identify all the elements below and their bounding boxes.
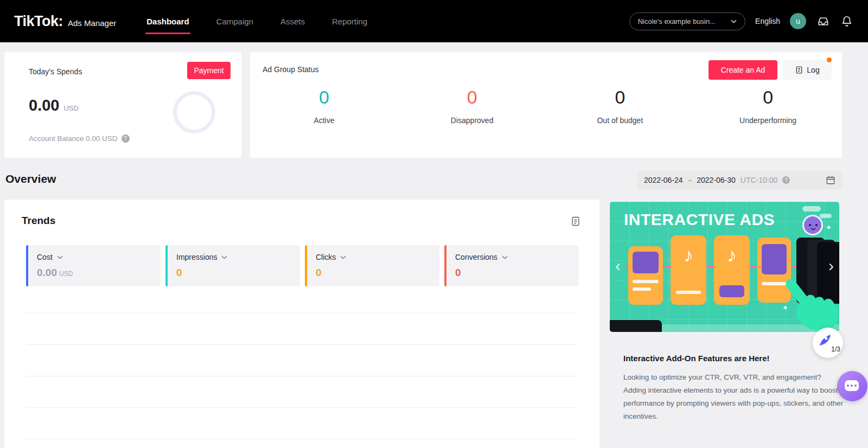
stat-disapproved-label: Disapproved: [398, 116, 546, 125]
timezone-label: UTC-10:00: [741, 176, 777, 184]
chart-gridline: [26, 439, 577, 439]
spend-donut-chart: [173, 91, 215, 133]
chart-gridline: [26, 313, 577, 313]
create-an-ad-button[interactable]: Create an Ad: [709, 60, 777, 80]
spend-amount-row: 0.00 USD: [29, 97, 79, 114]
metric-impressions-value: 0: [176, 267, 182, 278]
promo-heading: Interactive Add-On Features are Here!: [623, 354, 840, 363]
promo-banner[interactable]: INTERACTIVE ADS ♪ ♪ ✦ ✦ ‹ ›: [610, 202, 839, 332]
metric-conversions-value: 0: [455, 267, 461, 278]
laptop-decoration: [610, 320, 662, 332]
product-name: Ads Manager: [68, 18, 116, 28]
carousel-pagination-badge[interactable]: 1/3: [813, 328, 843, 358]
nav-right-group: Nicole's example busin... English u: [629, 12, 854, 30]
chart-gridline: [26, 344, 577, 345]
stat-active-label: Active: [250, 116, 398, 125]
todays-spends-card: Today's Spends Payment 0.00 USD Account …: [4, 52, 241, 158]
metric-tab-conversions[interactable]: Conversions 0: [444, 245, 579, 286]
date-range-picker[interactable]: 2022-06-24 ~ 2022-06-30 UTC-10:00 ?: [637, 171, 842, 189]
stat-active[interactable]: 0 Active: [250, 88, 398, 125]
hand-cursor-illustration: [778, 274, 839, 332]
account-balance-row: Account Balance 0.00 USD ?: [29, 135, 130, 143]
notifications-bell-icon[interactable]: [840, 14, 854, 28]
metric-impressions-label: Impressions: [176, 253, 217, 261]
main-nav-tabs: Dashboard Campaign Assets Reporting: [145, 14, 368, 29]
status-card-title: Ad Group Status: [263, 65, 319, 74]
metric-clicks-label: Clicks: [316, 253, 336, 261]
timezone-help-icon[interactable]: ?: [782, 176, 790, 184]
language-selector[interactable]: English: [755, 17, 780, 25]
status-stats-row: 0 Active 0 Disapproved 0 Out of budget 0…: [250, 88, 842, 125]
stat-underperforming-value: 0: [694, 88, 842, 106]
payment-button[interactable]: Payment: [187, 62, 231, 79]
report-doc-icon[interactable]: [570, 216, 581, 229]
metric-cost-label: Cost: [37, 253, 53, 261]
log-button[interactable]: Log: [783, 60, 832, 80]
stat-out-of-budget-value: 0: [546, 88, 694, 106]
brand: TikTok: Ads Manager: [14, 13, 116, 30]
date-separator: ~: [688, 176, 692, 184]
metric-tabs-row: Cost 0.00USD Impressions 0 Clicks 0 Conv…: [26, 245, 579, 286]
metric-tab-impressions[interactable]: Impressions 0: [165, 245, 300, 286]
tiktok-note-icon: ♪: [671, 244, 706, 267]
trends-title: Trends: [22, 215, 55, 227]
metric-tab-cost[interactable]: Cost 0.00USD: [26, 245, 161, 286]
chat-support-button[interactable]: [837, 371, 867, 401]
nav-tab-assets[interactable]: Assets: [279, 14, 306, 29]
overview-section-title: Overview: [5, 172, 56, 185]
stat-underperforming-label: Underperforming: [694, 116, 842, 125]
pagination-label: 1/3: [831, 345, 840, 353]
chat-bubble-icon: [845, 380, 859, 391]
conversions-accent-bar: [444, 245, 446, 286]
tiktok-note-icon: ♪: [714, 244, 750, 267]
stat-disapproved-value: 0: [398, 88, 546, 106]
carousel-next-button[interactable]: ›: [824, 254, 838, 278]
nav-tab-reporting[interactable]: Reporting: [331, 14, 368, 29]
spend-amount: 0.00: [29, 97, 59, 114]
stat-disapproved[interactable]: 0 Disapproved: [398, 88, 546, 125]
log-doc-icon: [795, 66, 803, 74]
ad-card-illustration: ♪: [671, 235, 706, 305]
tiktok-logo: TikTok:: [14, 13, 63, 30]
promo-body-text: Looking to optimize your CTR, CVR, VTR, …: [623, 371, 845, 423]
metric-cost-suffix: USD: [59, 270, 73, 278]
metric-conversions-label: Conversions: [455, 253, 497, 261]
nav-tab-dashboard[interactable]: Dashboard: [145, 14, 190, 29]
chevron-down-icon[interactable]: [340, 255, 346, 259]
stat-out-of-budget[interactable]: 0 Out of budget: [546, 88, 694, 125]
account-selector[interactable]: Nicole's example busin...: [629, 12, 745, 30]
carousel-prev-button[interactable]: ‹: [611, 254, 625, 278]
clicks-accent-bar: [305, 245, 307, 286]
calendar-icon[interactable]: [826, 175, 835, 185]
metric-tab-clicks[interactable]: Clicks 0: [305, 245, 439, 286]
trends-card: Trends Cost 0.00USD Impressions 0 Clicks…: [4, 200, 599, 448]
log-notification-dot: [827, 57, 832, 62]
balance-help-icon[interactable]: ?: [122, 135, 130, 143]
chevron-down-icon[interactable]: [221, 255, 227, 259]
chart-gridline: [26, 376, 577, 376]
date-end: 2022-06-30: [697, 176, 736, 184]
inbox-icon[interactable]: [816, 14, 830, 28]
cloud-decoration: [820, 214, 832, 218]
nav-tab-campaign[interactable]: Campaign: [215, 14, 254, 29]
ad-card-illustration: [628, 246, 663, 305]
impressions-accent-bar: [165, 245, 168, 286]
metric-clicks-value: 0: [316, 267, 322, 278]
active-tab-indicator: [145, 33, 190, 34]
spends-card-title: Today's Spends: [29, 67, 82, 76]
account-name: Nicole's example busin...: [638, 17, 716, 25]
stat-active-value: 0: [250, 88, 398, 106]
user-avatar[interactable]: u: [790, 13, 806, 29]
chart-gridline: [26, 407, 577, 408]
top-nav: TikTok: Ads Manager Dashboard Campaign A…: [0, 0, 868, 42]
ad-group-status-card: Ad Group Status 0 Active 0 Disapproved 0…: [250, 52, 842, 158]
chevron-down-icon: [731, 20, 737, 23]
date-start: 2022-06-24: [644, 176, 683, 184]
stat-underperforming[interactable]: 0 Underperforming: [694, 88, 842, 125]
chevron-down-icon[interactable]: [57, 255, 63, 259]
character-avatar-illustration: [802, 215, 823, 235]
chevron-down-icon[interactable]: [502, 255, 508, 259]
cost-accent-bar: [26, 245, 28, 286]
cloud-decoration: [802, 206, 821, 212]
metric-cost-value: 0.00: [37, 267, 57, 278]
